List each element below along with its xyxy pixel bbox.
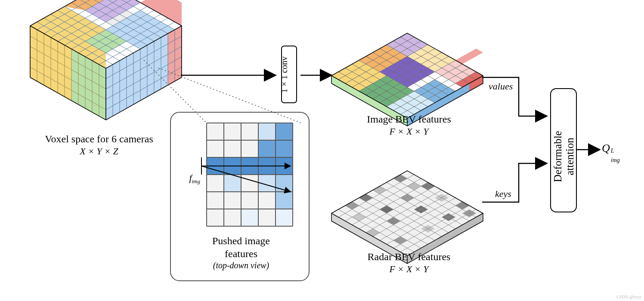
svg-marker-113 — [455, 49, 483, 64]
radar-bev-label: Radar BEV features F × X × Y — [344, 250, 474, 275]
output-q: Q L img — [602, 142, 610, 155]
conv-1x1-label: 1 × 1 conv — [279, 56, 289, 93]
fimg-label: fimg — [174, 172, 200, 185]
svg-rect-81 — [224, 175, 241, 192]
watermark: CSDN @byzy — [616, 295, 641, 299]
image-bev-dims: F × X × Y — [344, 126, 474, 138]
pushed-title: Pushed image features (top-down view) — [181, 234, 301, 271]
values-label: values — [489, 81, 513, 92]
keys-label: keys — [495, 188, 511, 200]
radar-bev-dims: F × X × Y — [344, 263, 474, 275]
svg-rect-83 — [276, 175, 293, 192]
radar-bev-title: Radar BEV features — [344, 250, 474, 263]
image-bev-label: Image BEV features F × X × Y — [344, 113, 474, 138]
pushed-note: (top-down view) — [181, 260, 301, 271]
arrow-main — [181, 64, 340, 90]
output-q-base: Q — [602, 142, 610, 154]
fimg-sub: img — [192, 178, 201, 184]
deformable-attention-label: Deformable attention — [552, 124, 576, 189]
pushed-title-2: features — [181, 247, 301, 260]
diagram-stage: Voxel space for 6 cameras X × Y × Z — [0, 0, 644, 301]
output-q-sub: img — [611, 157, 620, 164]
svg-rect-84 — [276, 192, 293, 209]
svg-rect-86 — [276, 209, 293, 226]
svg-rect-85 — [241, 209, 258, 226]
svg-marker-150 — [331, 171, 483, 256]
output-q-sup: L — [611, 147, 614, 154]
image-bev-title: Image BEV features — [344, 113, 474, 126]
pushed-title-1: Pushed image — [181, 234, 301, 247]
